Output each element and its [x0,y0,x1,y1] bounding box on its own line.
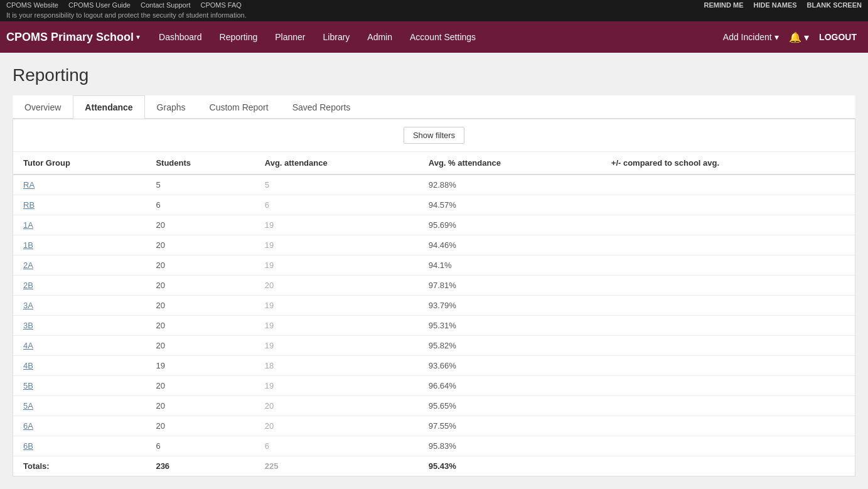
tab-overview[interactable]: Overview [13,95,73,119]
cell-compared [601,356,855,376]
cell-avg-pct: 95.69% [419,215,601,235]
table-row: RB 6 6 94.57% [13,195,855,215]
table-row: 1A 20 19 95.69% [13,215,855,235]
attendance-table: Tutor Group Students Avg. attendance Avg… [13,152,855,476]
contact-support-link[interactable]: Contact Support [141,1,191,9]
cell-compared [601,376,855,396]
cell-avg-pct: 94.1% [419,255,601,276]
cell-totals-avg-attendance: 225 [255,456,419,476]
cpoms-faq-link[interactable]: CPOMS FAQ [200,1,241,9]
cell-compared [601,235,855,255]
nav-dashboard[interactable]: Dashboard [150,21,211,53]
cell-avg-attendance: 6 [255,436,419,456]
cell-avg-attendance: 20 [255,416,419,436]
cell-tutor-group[interactable]: 2A [13,255,146,276]
cell-compared [601,276,855,296]
nav-account-settings[interactable]: Account Settings [401,21,485,53]
cell-compared [601,436,855,456]
cell-tutor-group[interactable]: 3B [13,316,146,336]
cell-tutor-group[interactable]: 1B [13,235,146,255]
cell-avg-pct: 92.88% [419,175,601,195]
cell-students: 20 [146,276,254,296]
cell-tutor-group[interactable]: 5A [13,396,146,416]
table-row: RA 5 5 92.88% [13,175,855,195]
cell-tutor-group[interactable]: 1A [13,215,146,235]
table-row: 3A 20 19 93.79% [13,296,855,316]
nav-links: Dashboard Reporting Planner Library Admi… [150,21,718,53]
utility-links: CPOMS Website CPOMS User Guide Contact S… [6,1,242,9]
cell-tutor-group[interactable]: RB [13,195,146,215]
tab-graphs[interactable]: Graphs [145,95,198,119]
col-tutor-group: Tutor Group [13,152,146,175]
cell-students: 20 [146,336,254,356]
cell-avg-pct: 95.82% [419,336,601,356]
page-content: Reporting Overview Attendance Graphs Cus… [0,53,868,489]
cell-tutor-group[interactable]: 6A [13,416,146,436]
table-container: Show filters Tutor Group Students Avg. a… [13,119,855,476]
nav-reporting[interactable]: Reporting [211,21,267,53]
cell-students: 20 [146,396,254,416]
cell-students: 20 [146,296,254,316]
table-row: 5B 20 19 96.64% [13,376,855,396]
utility-bar: CPOMS Website CPOMS User Guide Contact S… [0,0,868,10]
cpoms-user-guide-link[interactable]: CPOMS User Guide [68,1,131,9]
cell-compared [601,416,855,436]
nav-library[interactable]: Library [314,21,359,53]
add-incident-button[interactable]: Add Incident ▾ [718,32,784,42]
cell-compared [601,215,855,235]
cell-tutor-group[interactable]: 2B [13,276,146,296]
cell-students: 20 [146,255,254,276]
cell-students: 20 [146,316,254,336]
table-totals-row: Totals: 236 225 95.43% [13,456,855,476]
tab-saved-reports[interactable]: Saved Reports [281,95,363,119]
col-avg-pct-attendance: Avg. % attendance [419,152,601,175]
cell-avg-pct: 95.65% [419,396,601,416]
cell-tutor-group[interactable]: 4A [13,336,146,356]
cell-compared [601,396,855,416]
cell-tutor-group[interactable]: 3A [13,296,146,316]
col-compared-school-avg: +/- compared to school avg. [601,152,855,175]
cell-totals-students: 236 [146,456,254,476]
cell-students: 6 [146,195,254,215]
table-row: 5A 20 20 95.65% [13,396,855,416]
table-row: 4A 20 19 95.82% [13,336,855,356]
cell-avg-pct: 97.55% [419,416,601,436]
nav-planner[interactable]: Planner [266,21,314,53]
tab-attendance[interactable]: Attendance [73,95,144,119]
cell-totals-avg-pct: 95.43% [419,456,601,476]
cell-compared [601,195,855,215]
cell-students: 20 [146,376,254,396]
utility-actions: REMIND ME HIDE NAMES BLANK SCREEN [704,1,862,9]
cell-compared [601,296,855,316]
cell-avg-attendance: 19 [255,215,419,235]
cpoms-website-link[interactable]: CPOMS Website [6,1,58,9]
show-filters-button[interactable]: Show filters [404,127,464,144]
cell-avg-attendance: 20 [255,396,419,416]
cell-tutor-group[interactable]: RA [13,175,146,195]
filter-bar: Show filters [13,119,855,152]
add-incident-dropdown-icon: ▾ [774,32,779,42]
remind-me-button[interactable]: REMIND ME [704,1,744,9]
cell-avg-pct: 95.83% [419,436,601,456]
cell-students: 20 [146,416,254,436]
nav-right: Add Incident ▾ 🔔 ▾ LOGOUT [718,31,862,43]
main-nav: CPOMS Primary School ▾ Dashboard Reporti… [0,21,868,53]
table-body: RA 5 5 92.88% RB 6 6 94.57% 1A 20 19 95.… [13,175,855,476]
cell-tutor-group[interactable]: 5B [13,376,146,396]
col-students: Students [146,152,254,175]
nav-brand-dropdown-icon[interactable]: ▾ [136,33,140,41]
cell-avg-attendance: 19 [255,255,419,276]
cell-tutor-group[interactable]: 6B [13,436,146,456]
notifications-bell-icon[interactable]: 🔔 ▾ [789,31,809,43]
cell-students: 5 [146,175,254,195]
tabs: Overview Attendance Graphs Custom Report… [13,95,855,119]
blank-screen-button[interactable]: BLANK SCREEN [807,1,862,9]
table-row: 6B 6 6 95.83% [13,436,855,456]
nav-admin[interactable]: Admin [358,21,401,53]
cell-tutor-group[interactable]: 4B [13,356,146,376]
cell-students: 20 [146,235,254,255]
logout-button[interactable]: LOGOUT [814,32,862,42]
hide-names-button[interactable]: HIDE NAMES [754,1,797,9]
tab-custom-report[interactable]: Custom Report [198,95,281,119]
cell-avg-pct: 93.66% [419,356,601,376]
